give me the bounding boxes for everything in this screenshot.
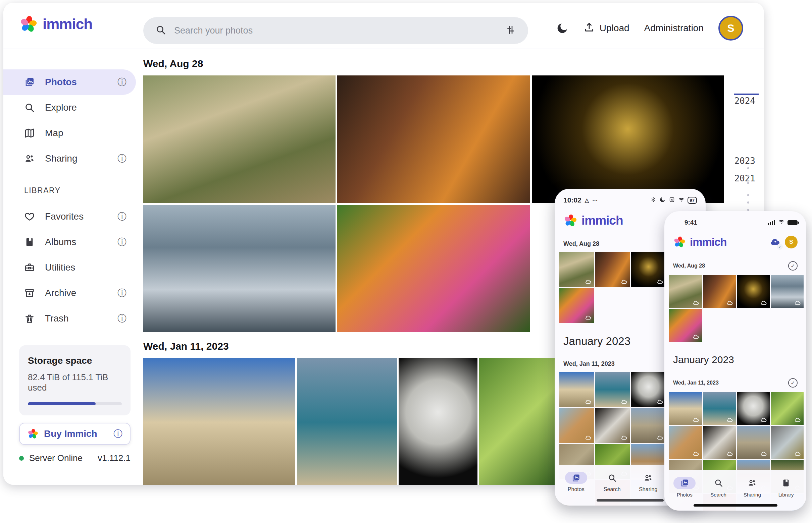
phone-nav-photos[interactable]: Photos	[668, 477, 702, 498]
server-version: v1.112.1	[98, 453, 131, 463]
info-icon[interactable]: ⓘ	[118, 236, 126, 248]
storage-usage-text: 82.4 TiB of 115.1 TiB used	[28, 372, 122, 393]
photo-hands[interactable]	[771, 275, 804, 308]
info-icon[interactable]: ⓘ	[118, 312, 126, 325]
user-avatar[interactable]: S	[719, 16, 743, 40]
photo-monkeys[interactable]	[559, 252, 594, 287]
photo-ruinwall[interactable]	[737, 426, 770, 459]
photo-dinner[interactable]	[337, 75, 530, 203]
date-group-header: Wed, Jan 11, 2023 ✓	[664, 365, 806, 387]
user-avatar[interactable]: S	[785, 236, 798, 249]
photo-fireworks[interactable]	[737, 275, 770, 308]
search-icon	[707, 477, 729, 489]
timeline-year-2021[interactable]: 2021	[734, 173, 755, 183]
photo-dinner[interactable]	[595, 252, 630, 287]
search-icon	[601, 472, 623, 484]
sidebar-item-explore[interactable]: Explore	[3, 95, 136, 120]
photo-fortress[interactable]	[669, 392, 702, 425]
photo-fortress[interactable]	[143, 358, 295, 485]
timeline-year-2024[interactable]: 2024	[734, 96, 755, 106]
phone-clock: 10:02 △ ⋯	[563, 196, 598, 204]
phone-nav-sharing[interactable]: Sharing	[736, 477, 770, 498]
photo-coast[interactable]	[703, 392, 736, 425]
phone-nav-label: Library	[778, 492, 794, 498]
phone-mockup-iphone: 9:41 immich ✓ S Wed, Aug 28 ✓ January 20…	[664, 211, 806, 510]
buy-immich-button[interactable]: Buy Immich ⓘ	[19, 423, 131, 445]
dark-mode-toggle-icon[interactable]	[556, 22, 569, 35]
header-actions: Upload Administration S	[556, 15, 743, 41]
immich-logo: immich	[19, 15, 92, 34]
info-icon[interactable]: ⓘ	[118, 287, 126, 299]
sidebar-item-label: Photos	[45, 77, 107, 88]
photo-fortress[interactable]	[559, 372, 594, 407]
photo-beachcliff[interactable]	[669, 426, 702, 459]
info-icon[interactable]: ⓘ	[118, 152, 126, 165]
sidebar-item-photos[interactable]: Photosⓘ	[3, 69, 136, 95]
phone-nav-photos[interactable]: Photos	[558, 472, 594, 492]
photo-autumn[interactable]	[669, 309, 702, 342]
filter-icon[interactable]	[505, 24, 516, 37]
photo-coast[interactable]	[595, 372, 630, 407]
immich-flower-icon	[19, 15, 38, 34]
photo-fireworks[interactable]	[631, 252, 666, 287]
cloud-backup-icon	[585, 314, 592, 321]
backup-cloud-icon[interactable]: ✓	[770, 236, 781, 249]
immich-wordmark: immich	[42, 16, 92, 33]
wifi-icon	[678, 196, 685, 204]
sidebar-item-map[interactable]: Map	[3, 120, 136, 146]
photo-seagrapes[interactable]	[479, 358, 560, 485]
photo-monkeys[interactable]	[143, 75, 335, 203]
photo-seagrapes[interactable]	[771, 392, 804, 425]
photo-coast[interactable]	[297, 358, 397, 485]
photo-ruinwall[interactable]	[631, 408, 666, 443]
cloud-backup-icon	[585, 434, 592, 441]
trash-icon	[24, 313, 35, 324]
photo-rocksculpt[interactable]	[595, 408, 630, 443]
album-icon	[775, 477, 797, 489]
phone-nav-search[interactable]: Search	[594, 472, 630, 492]
phone-nav-sharing[interactable]: Sharing	[630, 472, 667, 492]
phone-nav-search[interactable]: Search	[702, 477, 736, 498]
cloud-backup-icon	[794, 450, 801, 457]
people-icon	[24, 153, 35, 164]
photo-fireworks[interactable]	[532, 75, 724, 203]
archive-icon	[24, 288, 35, 299]
sidebar: PhotosⓘExploreMapSharingⓘ LIBRARY Favori…	[3, 49, 136, 485]
info-icon[interactable]: ⓘ	[118, 76, 126, 88]
photos-icon	[565, 472, 587, 484]
sidebar-main-nav: PhotosⓘExploreMapSharingⓘ	[3, 69, 136, 171]
photo-bust[interactable]	[631, 372, 666, 407]
photo-rocksculpt[interactable]	[703, 426, 736, 459]
photo-monkeys[interactable]	[669, 275, 702, 308]
info-icon[interactable]: ⓘ	[114, 428, 122, 440]
timeline-year-2023[interactable]: 2023	[734, 156, 755, 166]
photo-dinner[interactable]	[703, 275, 736, 308]
sidebar-item-utilities[interactable]: Utilities	[3, 255, 136, 280]
album-icon	[24, 237, 35, 248]
upload-button[interactable]: Upload	[584, 21, 629, 35]
sidebar-item-trash[interactable]: Trashⓘ	[3, 306, 136, 331]
photo-autumn[interactable]	[337, 205, 530, 332]
sidebar-item-sharing[interactable]: Sharingⓘ	[3, 146, 136, 171]
photo-autumn[interactable]	[559, 288, 594, 323]
sidebar-item-label: Favorites	[45, 211, 107, 222]
administration-link[interactable]: Administration	[644, 23, 704, 34]
phone-nav-library[interactable]: Library	[769, 477, 803, 498]
sidebar-item-archive[interactable]: Archiveⓘ	[3, 280, 136, 306]
photo-bust[interactable]	[737, 392, 770, 425]
immich-marketing-screenshot: immich Search your photos Upload Adminis…	[0, 0, 812, 523]
phone-nav-label: Sharing	[639, 486, 657, 492]
sidebar-item-label: Map	[45, 128, 126, 139]
sidebar-item-albums[interactable]: Albumsⓘ	[3, 229, 136, 255]
photo-ornament[interactable]	[771, 426, 804, 459]
photo-beachcliff[interactable]	[559, 408, 594, 443]
photo-bust[interactable]	[399, 358, 478, 485]
select-day-check-icon[interactable]: ✓	[788, 261, 798, 271]
sidebar-item-favorites[interactable]: Favoritesⓘ	[3, 204, 136, 229]
photo-hands[interactable]	[143, 205, 335, 332]
search-bar[interactable]: Search your photos	[143, 17, 528, 44]
server-status-row: Server Online v1.112.1	[19, 453, 131, 463]
select-day-check-icon[interactable]: ✓	[788, 378, 798, 387]
info-icon[interactable]: ⓘ	[118, 211, 126, 222]
phone-status-bar: 10:02 △ ⋯ 97	[555, 189, 706, 204]
